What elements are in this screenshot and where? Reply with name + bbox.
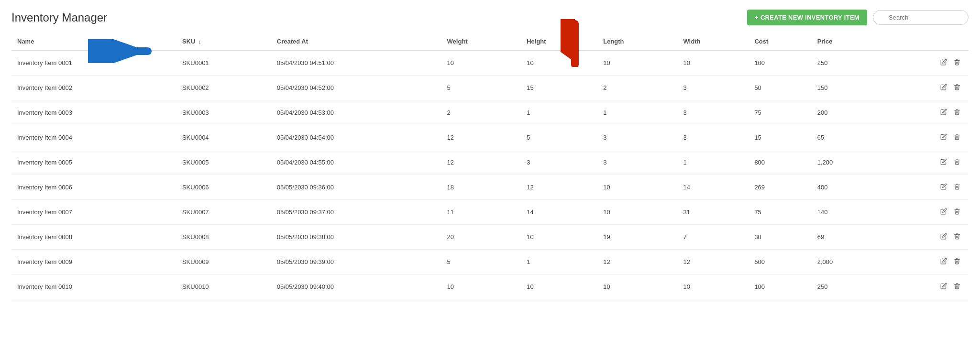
cell-length: 3 [597,150,677,175]
cell-width: 10 [677,50,749,76]
cell-name: Inventory Item 0007 [11,200,176,225]
cell-width: 14 [677,175,749,200]
cell-name: Inventory Item 0001 [11,50,176,76]
cell-sku: SKU0006 [176,175,271,200]
cell-price: 69 [812,225,879,250]
cell-width: 1 [677,150,749,175]
cell-created-at: 05/05/2030 09:39:00 [271,250,441,275]
cell-width: 3 [677,100,749,125]
delete-button[interactable] [951,57,963,68]
cell-actions [879,275,969,299]
table-row: Inventory Item 0007 SKU0007 05/05/2030 0… [11,200,969,225]
cell-price: 1,200 [812,150,879,175]
cell-height: 5 [521,125,597,150]
table-row: Inventory Item 0010 SKU0010 05/05/2030 0… [11,275,969,299]
cell-cost: 50 [749,76,811,100]
cell-length: 2 [597,76,677,100]
edit-button[interactable] [938,281,949,292]
search-wrapper [873,10,969,25]
table-row: Inventory Item 0009 SKU0009 05/05/2030 0… [11,250,969,275]
cell-actions [879,50,969,76]
header-actions: + CREATE NEW INVENTORY ITEM [747,10,969,25]
cell-weight: 10 [441,275,521,299]
edit-button[interactable] [938,57,949,68]
cell-width: 31 [677,200,749,225]
cell-length: 10 [597,50,677,76]
edit-button[interactable] [938,256,949,267]
cell-height: 10 [521,275,597,299]
cell-sku: SKU0009 [176,250,271,275]
edit-button[interactable] [938,207,949,218]
cell-sku: SKU0004 [176,125,271,150]
cell-weight: 11 [441,200,521,225]
cell-length: 1 [597,100,677,125]
cell-sku: SKU0008 [176,225,271,250]
table-row: Inventory Item 0002 SKU0002 05/04/2030 0… [11,76,969,100]
page-header: Inventory Manager + CREATE NEW INVENTORY… [11,10,969,25]
delete-button[interactable] [951,231,963,242]
col-height: Height [521,33,597,50]
delete-button[interactable] [951,207,963,218]
cell-height: 10 [521,50,597,76]
cell-created-at: 05/05/2030 09:38:00 [271,225,441,250]
cell-sku: SKU0007 [176,200,271,225]
col-actions [879,33,969,50]
edit-button[interactable] [938,157,949,168]
cell-actions [879,225,969,250]
cell-price: 140 [812,200,879,225]
cell-weight: 2 [441,100,521,125]
cell-cost: 100 [749,50,811,76]
cell-cost: 800 [749,150,811,175]
cell-cost: 75 [749,200,811,225]
cell-height: 10 [521,225,597,250]
delete-button[interactable] [951,256,963,267]
cell-weight: 12 [441,125,521,150]
edit-button[interactable] [938,132,949,143]
cell-sku: SKU0005 [176,150,271,175]
cell-weight: 5 [441,76,521,100]
table-row: Inventory Item 0005 SKU0005 05/04/2030 0… [11,150,969,175]
cell-actions [879,175,969,200]
cell-height: 1 [521,250,597,275]
cell-cost: 75 [749,100,811,125]
cell-created-at: 05/05/2030 09:37:00 [271,200,441,225]
search-input[interactable] [873,10,969,25]
delete-button[interactable] [951,281,963,292]
cell-name: Inventory Item 0009 [11,250,176,275]
col-created-at: Created At [271,33,441,50]
col-sku[interactable]: SKU ↓ [176,33,271,50]
cell-weight: 18 [441,175,521,200]
cell-name: Inventory Item 0003 [11,100,176,125]
cell-width: 12 [677,250,749,275]
cell-width: 7 [677,225,749,250]
cell-price: 250 [812,50,879,76]
cell-height: 3 [521,150,597,175]
edit-button[interactable] [938,182,949,193]
create-new-item-button[interactable]: + CREATE NEW INVENTORY ITEM [747,10,867,25]
cell-actions [879,76,969,100]
cell-length: 12 [597,250,677,275]
cell-created-at: 05/04/2030 04:53:00 [271,100,441,125]
cell-price: 150 [812,76,879,100]
cell-cost: 15 [749,125,811,150]
col-cost: Cost [749,33,811,50]
delete-button[interactable] [951,182,963,193]
cell-created-at: 05/04/2030 04:51:00 [271,50,441,76]
cell-sku: SKU0003 [176,100,271,125]
inventory-table: Name SKU ↓ Created At Weight Height Leng… [11,33,969,299]
edit-button[interactable] [938,231,949,242]
cell-actions [879,125,969,150]
delete-button[interactable] [951,157,963,168]
delete-button[interactable] [951,132,963,143]
cell-name: Inventory Item 0005 [11,150,176,175]
table-row: Inventory Item 0008 SKU0008 05/05/2030 0… [11,225,969,250]
delete-button[interactable] [951,107,963,118]
delete-button[interactable] [951,82,963,93]
cell-sku: SKU0002 [176,76,271,100]
edit-button[interactable] [938,107,949,118]
cell-weight: 5 [441,250,521,275]
col-width: Width [677,33,749,50]
edit-button[interactable] [938,82,949,93]
cell-created-at: 05/05/2030 09:40:00 [271,275,441,299]
cell-actions [879,100,969,125]
